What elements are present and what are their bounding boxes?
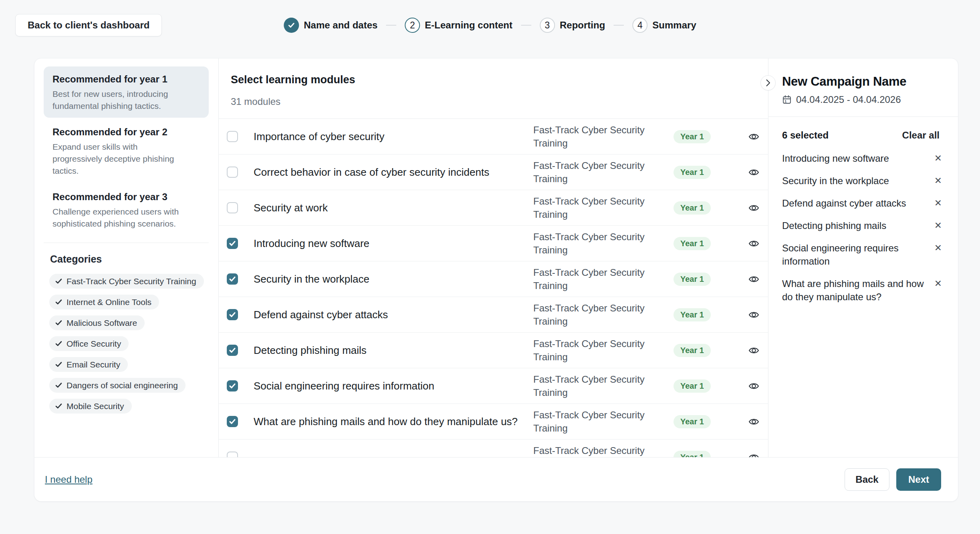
category-chip-row: Internet & Online Tools — [49, 295, 209, 309]
module-title: Detecting phishing mails — [254, 344, 533, 357]
preview-eye-icon[interactable] — [745, 270, 762, 288]
category-chip-label: Dangers of social engineering — [67, 381, 178, 390]
stepper-step[interactable]: 2 E-Learning content — [377, 18, 512, 33]
year-badge: Year 1 — [673, 130, 711, 143]
back-to-dashboard-button[interactable]: Back to client's dashboard — [15, 14, 162, 36]
preview-eye-icon[interactable] — [745, 448, 762, 457]
category-chip[interactable]: Office Security — [49, 336, 129, 351]
step-number: 3 — [545, 20, 550, 31]
module-checkbox[interactable] — [227, 416, 238, 427]
help-link[interactable]: I need help — [45, 474, 93, 485]
module-title: What are phishing mails and how do they … — [254, 416, 533, 428]
category-chip[interactable]: Fast-Track Cyber Security Training — [49, 274, 204, 289]
recommendation-item[interactable]: Recommended for year 2 Expand user skill… — [44, 119, 209, 183]
module-checkbox[interactable] — [227, 167, 238, 178]
remove-selected-icon[interactable]: ✕ — [934, 219, 942, 232]
recommendation-item[interactable]: Recommended for year 3 Challenge experie… — [44, 184, 209, 235]
category-chip-list: Fast-Track Cyber Security Training Inter… — [44, 274, 209, 414]
category-chip-row: Office Security — [49, 336, 209, 351]
module-list-panel: Select learning modules 31 modules Impor… — [219, 58, 768, 457]
module-checkbox[interactable] — [227, 238, 238, 249]
module-row[interactable]: What are phishing mails and how do they … — [219, 404, 768, 440]
category-chip-label: Mobile Security — [67, 402, 124, 411]
remove-selected-icon[interactable]: ✕ — [934, 152, 942, 165]
preview-eye-icon[interactable] — [745, 306, 762, 323]
module-row[interactable]: Security at work Fast-Track Cyber Securi… — [219, 190, 768, 226]
category-chip[interactable]: Mobile Security — [49, 399, 132, 414]
preview-eye-icon[interactable] — [745, 377, 762, 395]
preview-eye-icon[interactable] — [745, 235, 762, 252]
module-row[interactable]: Importance of cyber security Fast-Track … — [219, 119, 768, 155]
category-chip[interactable]: Email Security — [49, 357, 128, 372]
remove-selected-icon[interactable]: ✕ — [934, 241, 942, 255]
recommendation-description: Best for new users, introducing fundamen… — [52, 88, 187, 112]
module-checkbox[interactable] — [227, 309, 238, 320]
step-state-circle: 4 — [632, 18, 647, 33]
selected-module-list: Introducing new software ✕ Security in t… — [768, 152, 958, 303]
module-row[interactable]: Security in the workplace Fast-Track Cyb… — [219, 261, 768, 297]
year-badge-cell: Year 1 — [673, 451, 745, 458]
module-row[interactable]: Correct behavior in case of cyber securi… — [219, 155, 768, 190]
module-category: Fast-Track Cyber Security Training — [533, 408, 673, 435]
module-category: Fast-Track Cyber Security Training — [533, 195, 673, 221]
year-badge: Year 1 — [673, 415, 711, 428]
preview-eye-icon[interactable] — [745, 128, 762, 145]
module-list: Importance of cyber security Fast-Track … — [219, 119, 768, 457]
year-badge-cell: Year 1 — [673, 166, 745, 179]
collapse-panel-button[interactable] — [760, 75, 776, 90]
year-badge: Year 1 — [673, 308, 711, 321]
module-list-title: Select learning modules — [231, 74, 768, 86]
selected-module-label: Social engineering requires information — [782, 241, 934, 268]
filters-sidebar: Recommended for year 1 Best for new user… — [34, 58, 219, 457]
selection-summary-header: 6 selected Clear all — [782, 130, 940, 141]
module-checkbox[interactable] — [227, 131, 238, 142]
module-list-header: Select learning modules 31 modules — [219, 58, 768, 119]
step-label: E-Learning content — [425, 20, 512, 31]
remove-selected-icon[interactable]: ✕ — [934, 174, 942, 187]
category-chip[interactable]: Malicious Software — [49, 315, 145, 330]
year-badge-cell: Year 1 — [673, 201, 745, 215]
stepper-step[interactable]: Name and dates — [284, 18, 377, 33]
module-row[interactable]: Defend against cyber attacks Fast-Track … — [219, 297, 768, 333]
module-checkbox[interactable] — [227, 380, 238, 391]
module-category: Fast-Track Cyber Security Training — [533, 123, 673, 150]
year-badge: Year 1 — [673, 201, 711, 215]
campaign-wizard-page: { "colors": { "accent": "#336e80", "badg… — [0, 0, 980, 534]
module-row[interactable]: Fast-Track Cyber Security Training Year … — [219, 440, 768, 457]
module-row[interactable]: Introducing new software Fast-Track Cybe… — [219, 226, 768, 261]
stepper-step[interactable]: 4 Summary — [605, 18, 696, 33]
year-badge-cell: Year 1 — [673, 130, 745, 143]
module-row[interactable]: Social engineering requires information … — [219, 368, 768, 404]
recommendation-item[interactable]: Recommended for year 1 Best for new user… — [44, 66, 209, 118]
preview-eye-icon[interactable] — [745, 199, 762, 217]
year-badge-cell: Year 1 — [673, 379, 745, 393]
stepper-step[interactable]: 3 Reporting — [512, 18, 605, 33]
module-row[interactable]: Detecting phishing mails Fast-Track Cybe… — [219, 333, 768, 368]
module-title: Social engineering requires information — [254, 380, 533, 392]
check-icon — [55, 278, 62, 284]
module-checkbox[interactable] — [227, 345, 238, 356]
recommendation-title: Recommended for year 2 — [52, 126, 200, 138]
year-badge-cell: Year 1 — [673, 344, 745, 357]
module-category: Fast-Track Cyber Security Training — [533, 337, 673, 363]
year-badge: Year 1 — [673, 237, 711, 250]
year-badge: Year 1 — [673, 379, 711, 393]
preview-eye-icon[interactable] — [745, 413, 762, 430]
module-checkbox[interactable] — [227, 452, 238, 457]
step-label: Reporting — [560, 20, 605, 31]
preview-eye-icon[interactable] — [745, 163, 762, 181]
next-button[interactable]: Next — [896, 468, 941, 491]
category-chip[interactable]: Internet & Online Tools — [49, 295, 159, 309]
preview-eye-icon[interactable] — [745, 341, 762, 359]
back-button[interactable]: Back — [845, 468, 889, 491]
campaign-header: New Campaign Name 1 04.04.2025 - 04.04.2… — [768, 58, 958, 117]
clear-all-button[interactable]: Clear all — [902, 130, 940, 141]
remove-selected-icon[interactable]: ✕ — [934, 277, 942, 290]
selected-module-label: Introducing new software — [782, 152, 934, 165]
category-chip[interactable]: Dangers of social engineering — [49, 378, 186, 393]
module-checkbox[interactable] — [227, 273, 238, 285]
remove-selected-icon[interactable]: ✕ — [934, 197, 942, 210]
category-chip-label: Internet & Online Tools — [67, 297, 151, 307]
selected-module-row: What are phishing mails and how do they … — [782, 277, 942, 303]
module-checkbox[interactable] — [227, 202, 238, 213]
